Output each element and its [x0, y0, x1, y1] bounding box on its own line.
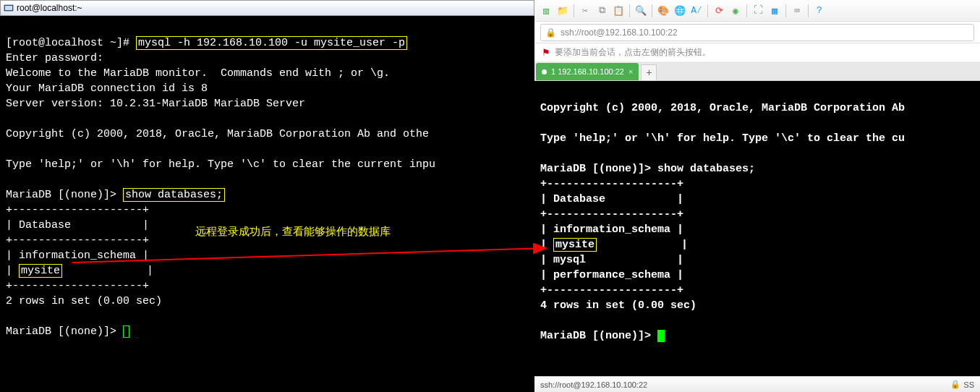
table-row: | mysite | — [6, 264, 153, 278]
right-toolbar: ▥ 📁 ✂ ⧉ 📋 🔍 🎨 🌐 A⁄ ⟳ ◉ ⛶ ▦ ⌨ ? — [534, 0, 980, 22]
fullscreen-icon[interactable]: ⛶ — [751, 4, 765, 18]
color-icon[interactable]: 🎨 — [656, 4, 670, 18]
mysql-command-highlight: mysql -h 192.168.10.100 -u mysite_user -… — [136, 36, 407, 50]
shell-prompt: [root@localhost ~]# — [6, 37, 129, 49]
add-tab-button[interactable]: + — [641, 64, 657, 80]
server-version-line: Server version: 10.2.31-MariaDB MariaDB … — [6, 98, 305, 110]
putty-icon — [4, 3, 14, 13]
rows-count-line: 4 rows in set (0.00 sec) — [540, 299, 696, 312]
welcome-line: Welcome to the MariaDB monitor. Commands… — [6, 67, 390, 80]
svg-rect-1 — [5, 6, 12, 10]
right-terminal-window: ▥ 📁 ✂ ⧉ 📋 🔍 🎨 🌐 A⁄ ⟳ ◉ ⛶ ▦ ⌨ ? 🔒 ssh://r… — [534, 0, 980, 392]
status-dot-icon — [542, 69, 547, 74]
toolbar-separator — [652, 4, 652, 17]
new-session-icon[interactable]: ▥ — [539, 4, 553, 18]
lock-icon: 🔒 — [545, 27, 556, 38]
tab-bar: 1 192.168.10.100:22 × + — [534, 62, 980, 81]
info-bar: ⚑ 要添加当前会话，点击左侧的箭头按钮。 — [534, 43, 980, 62]
font-icon[interactable]: A⁄ — [689, 4, 704, 18]
help-line: Type 'help;' or '\h' for help. Type '\c'… — [6, 158, 435, 171]
address-bar: 🔒 ssh://root@192.168.10.100:22 — [534, 22, 980, 43]
left-terminal-body[interactable]: [root@localhost ~]# mysql -h 192.168.10.… — [0, 16, 534, 392]
keyboard-icon[interactable]: ⌨ — [790, 4, 804, 18]
show-databases-cmd: show databases; — [657, 163, 755, 175]
close-tab-icon[interactable]: × — [629, 67, 633, 76]
mariadb-prompt: MariaDB [(none)]> — [540, 330, 651, 342]
help-line: Type 'help;' or '\h' for help. Type '\c'… — [540, 132, 905, 145]
enter-password-line: Enter password: — [6, 52, 103, 64]
refresh-icon[interactable]: ⟳ — [712, 4, 726, 18]
left-title-text: root@localhost:~ — [17, 3, 82, 13]
table-row: | mysql | — [540, 254, 683, 266]
mariadb-prompt: MariaDB [(none)]> — [540, 163, 651, 175]
copyright-line: Copyright (c) 2000, 2018, Oracle, MariaD… — [540, 102, 905, 114]
table-header: | Database | — [6, 219, 149, 231]
table-border: +--------------------+ — [540, 284, 683, 297]
table-border: +--------------------+ — [6, 204, 149, 216]
table-row: | mysite | — [540, 238, 688, 252]
cut-icon[interactable]: ✂ — [578, 4, 592, 18]
table-row: | information_schema | — [540, 223, 683, 236]
copy-icon[interactable]: ⧉ — [595, 4, 609, 18]
address-input[interactable]: 🔒 ssh://root@192.168.10.100:22 — [540, 24, 974, 41]
left-terminal-window: root@localhost:~ [root@localhost ~]# mys… — [0, 0, 534, 392]
table-border: +--------------------+ — [540, 208, 683, 221]
annotation-text: 远程登录成功后，查看能够操作的数据库 — [195, 223, 391, 239]
layout-icon[interactable]: ▦ — [767, 4, 782, 18]
cursor — [657, 330, 665, 342]
copyright-line: Copyright (c) 2000, 2018, Oracle, MariaD… — [6, 128, 429, 140]
help-icon[interactable]: ? — [812, 4, 827, 18]
show-databases-highlight: show databases; — [123, 188, 225, 202]
toolbar-separator — [629, 4, 630, 17]
info-text: 要添加当前会话，点击左侧的箭头按钮。 — [555, 46, 711, 59]
right-terminal-body[interactable]: Copyright (c) 2000, 2018, Oracle, MariaD… — [534, 81, 980, 376]
toolbar-separator — [574, 4, 574, 17]
status-address: ssh://root@192.168.10.100:22 — [540, 380, 647, 389]
mysite-highlight-left: mysite — [19, 264, 62, 278]
left-titlebar[interactable]: root@localhost:~ — [0, 0, 534, 16]
cursor — [123, 325, 129, 338]
address-text: ssh://root@192.168.10.100:22 — [561, 27, 678, 38]
toolbar-separator — [707, 4, 708, 17]
open-icon[interactable]: 📁 — [555, 4, 570, 18]
table-border: +--------------------+ — [6, 234, 149, 247]
toolbar-separator — [785, 4, 786, 17]
table-header: | Database | — [540, 193, 683, 205]
paste-icon[interactable]: 📋 — [611, 4, 626, 18]
stop-icon[interactable]: ◉ — [728, 4, 743, 18]
mariadb-prompt: MariaDB [(none)]> — [6, 325, 116, 338]
toolbar-separator — [808, 4, 809, 17]
mariadb-prompt: MariaDB [(none)]> — [6, 189, 116, 201]
tab-label: 1 192.168.10.100:22 — [551, 67, 624, 76]
table-row: | performance_schema | — [540, 269, 683, 281]
table-border: +--------------------+ — [540, 178, 683, 190]
mysite-highlight-right: mysite — [553, 238, 597, 252]
connection-id-line: Your MariaDB connection id is 8 — [6, 82, 208, 95]
table-row: | information_schema | — [6, 250, 149, 262]
flag-icon: ⚑ — [542, 47, 550, 58]
status-bar: ssh://root@192.168.10.100:22 🔒 SS — [534, 376, 980, 392]
rows-count-line: 2 rows in set (0.00 sec) — [6, 295, 162, 307]
ssh-lock-icon: 🔒 — [950, 380, 960, 389]
session-tab[interactable]: 1 192.168.10.100:22 × — [536, 63, 639, 80]
table-border: +--------------------+ — [6, 280, 149, 292]
search-icon[interactable]: 🔍 — [634, 4, 648, 18]
status-proto: SS — [963, 380, 974, 389]
toolbar-separator — [746, 4, 747, 17]
globe-icon[interactable]: 🌐 — [673, 4, 687, 18]
